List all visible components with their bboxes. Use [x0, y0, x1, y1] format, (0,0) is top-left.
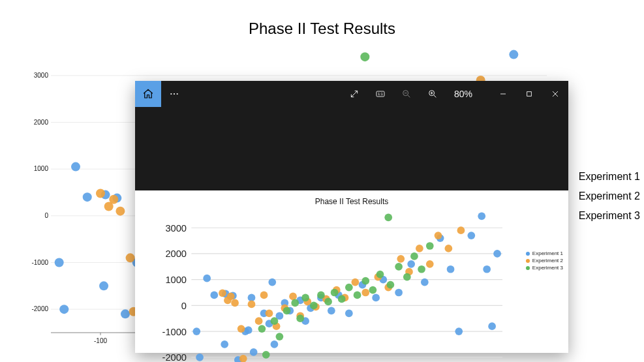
svg-point-184	[447, 265, 455, 273]
svg-point-55	[96, 189, 105, 198]
svg-point-196	[239, 355, 247, 362]
viewer-content: Phase II Test Results -2000-100001000200…	[135, 190, 568, 353]
svg-point-22	[121, 309, 130, 318]
svg-line-119	[434, 95, 436, 97]
svg-text:0: 0	[44, 212, 48, 219]
one-to-one-icon: 1:1	[375, 89, 386, 99]
svg-point-58	[115, 207, 125, 216]
svg-point-174	[328, 307, 335, 314]
svg-point-16	[59, 305, 69, 314]
expand-diagonal-icon	[349, 89, 360, 99]
svg-point-153	[203, 275, 211, 282]
svg-point-189	[488, 322, 496, 330]
svg-point-190	[493, 250, 501, 258]
svg-text:-1000: -1000	[162, 327, 187, 337]
viewer-toolbar: 1:1 80%	[135, 81, 568, 107]
minimize-button[interactable]	[490, 81, 516, 107]
minimize-icon	[498, 89, 508, 99]
zoom-out-button[interactable]	[393, 81, 420, 107]
svg-point-229	[310, 301, 318, 309]
svg-point-231	[324, 298, 332, 306]
svg-text:3000: 3000	[34, 72, 49, 79]
actual-size-button[interactable]: 1:1	[367, 81, 393, 107]
svg-point-217	[426, 260, 434, 268]
svg-point-203	[289, 293, 297, 301]
svg-point-198	[255, 317, 263, 325]
mini-legend-item: Experiment 2	[526, 258, 563, 264]
svg-point-242	[403, 273, 411, 281]
svg-point-155	[221, 340, 228, 348]
svg-point-200	[266, 309, 273, 317]
svg-text:-100: -100	[94, 337, 107, 344]
svg-point-239	[384, 213, 392, 221]
legend-swatch	[526, 259, 530, 263]
close-button[interactable]	[542, 81, 568, 107]
svg-point-166	[271, 340, 279, 348]
svg-text:-2000: -2000	[31, 305, 48, 312]
mini-chart-title: Phase II Test Results	[135, 197, 568, 206]
svg-point-187	[478, 212, 485, 220]
more-button[interactable]	[161, 81, 187, 107]
mini-legend-item: Experiment 3	[526, 265, 563, 271]
svg-point-162	[250, 348, 258, 356]
svg-text:2000: 2000	[165, 249, 187, 259]
svg-point-225	[283, 307, 291, 314]
svg-point-59	[126, 253, 135, 262]
svg-point-165	[268, 279, 276, 286]
svg-point-103	[360, 52, 369, 61]
image-viewer-window: 1:1 80%	[135, 81, 568, 353]
svg-point-191	[219, 289, 226, 297]
svg-point-197	[248, 301, 256, 309]
svg-text:3000: 3000	[165, 223, 187, 234]
svg-point-19	[99, 281, 108, 290]
svg-point-237	[369, 286, 377, 294]
svg-text:1:1: 1:1	[378, 92, 382, 96]
svg-point-17	[71, 162, 80, 172]
svg-point-243	[410, 252, 418, 260]
legend-swatch	[526, 252, 530, 256]
svg-point-226	[291, 299, 299, 307]
svg-point-195	[238, 325, 245, 333]
svg-point-57	[109, 195, 118, 204]
svg-point-188	[483, 265, 491, 273]
svg-text:1000: 1000	[165, 275, 187, 285]
svg-point-199	[260, 292, 268, 299]
svg-point-224	[276, 333, 284, 340]
svg-point-218	[435, 232, 442, 239]
home-icon	[142, 88, 154, 100]
legend-swatch	[526, 266, 530, 270]
svg-point-151	[192, 327, 200, 335]
svg-point-223	[271, 317, 279, 325]
svg-point-160	[245, 326, 253, 334]
svg-point-193	[227, 293, 235, 301]
svg-point-15	[55, 258, 64, 267]
svg-point-227	[296, 314, 304, 322]
zoom-in-button[interactable]	[420, 81, 446, 107]
fullscreen-button[interactable]	[341, 81, 367, 107]
svg-point-210	[352, 279, 360, 286]
svg-text:-2000: -2000	[162, 352, 187, 362]
svg-point-181	[407, 260, 415, 268]
svg-point-194	[231, 299, 239, 307]
svg-point-220	[457, 226, 465, 234]
home-button[interactable]	[135, 81, 161, 107]
ellipsis-icon	[169, 89, 179, 99]
mini-legend: Experiment 1Experiment 2Experiment 3	[526, 249, 563, 272]
svg-point-244	[418, 265, 425, 273]
svg-text:-1000: -1000	[31, 259, 48, 266]
maximize-button[interactable]	[516, 81, 542, 107]
legend-label: Experiment 2	[532, 258, 563, 264]
svg-point-245	[426, 242, 434, 250]
svg-point-222	[262, 351, 270, 359]
svg-rect-123	[527, 92, 532, 97]
svg-text:1000: 1000	[34, 165, 49, 172]
svg-point-182	[421, 279, 429, 286]
svg-point-216	[416, 245, 423, 252]
legend-label: Experiment 1	[532, 250, 563, 256]
svg-point-180	[395, 289, 403, 297]
zoom-level-label: 80%	[446, 81, 481, 107]
svg-point-228	[301, 294, 309, 302]
svg-point-185	[455, 327, 463, 335]
viewer-black-area	[135, 107, 568, 190]
svg-point-110	[170, 93, 172, 95]
